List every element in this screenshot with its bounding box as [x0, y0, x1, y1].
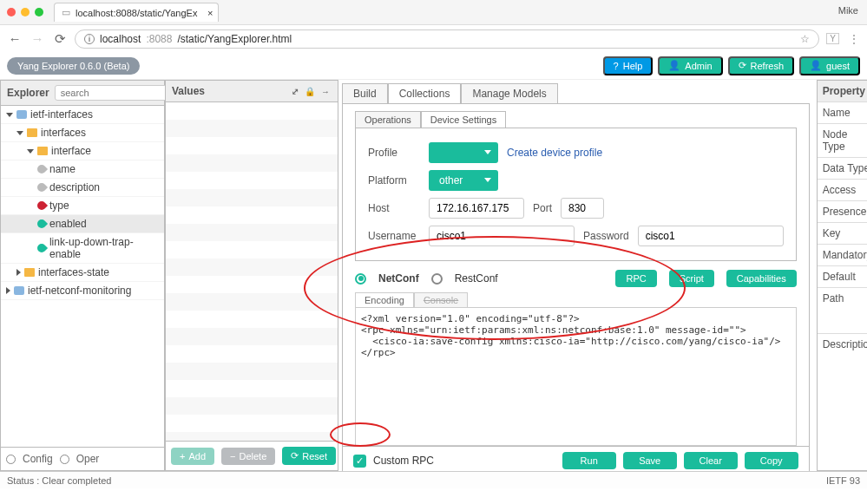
username-input[interactable] — [429, 226, 575, 246]
oper-radio[interactable] — [60, 455, 69, 464]
reload-button[interactable]: ⟳ — [52, 31, 68, 47]
platform-select[interactable]: other — [429, 170, 498, 191]
tab-console[interactable]: Console — [414, 292, 468, 307]
guest-button[interactable]: 👤guest — [799, 56, 860, 75]
close-window-icon[interactable] — [7, 8, 16, 16]
admin-button[interactable]: 👤Admin — [658, 56, 722, 75]
tree-node-ietf-interfaces[interactable]: ietf-interfaces — [1, 106, 164, 124]
clear-button[interactable]: Clear — [684, 452, 738, 469]
tree-label: ietf-interfaces — [30, 108, 93, 121]
oper-label: Oper — [76, 453, 100, 465]
leaf-icon — [36, 163, 48, 175]
user-icon: 👤 — [668, 60, 680, 71]
tab-build[interactable]: Build — [342, 83, 388, 103]
password-input[interactable] — [638, 226, 784, 246]
profile-select[interactable] — [429, 142, 498, 163]
save-button[interactable]: Save — [623, 452, 677, 469]
property-row: Pathietf-interfaces/ interfaces/interfac… — [818, 288, 867, 334]
profile-label: Profile — [368, 147, 420, 159]
status-bar: Status : Clear completed IETF 93 — [0, 471, 867, 488]
bookmark-icon[interactable]: ☆ — [800, 33, 810, 45]
values-title: Values — [172, 85, 205, 97]
custom-rpc-checkbox[interactable]: ✓ — [353, 455, 366, 468]
minimize-window-icon[interactable] — [21, 8, 30, 16]
copy-button[interactable]: Copy — [745, 452, 798, 469]
back-button[interactable]: ← — [7, 31, 23, 46]
site-info-icon[interactable]: i — [84, 34, 95, 44]
property-row: Mandatory — [818, 245, 867, 266]
tree-node-description[interactable]: description — [1, 179, 164, 197]
netconf-radio[interactable] — [355, 273, 366, 285]
chevron-right-icon — [16, 269, 21, 276]
main-layout: Explorer ietf-interfacesinterfacesinterf… — [0, 80, 867, 471]
capabilities-button[interactable]: Capabilities — [726, 270, 797, 287]
tab-operations[interactable]: Operations — [355, 111, 421, 128]
port-input[interactable] — [561, 198, 604, 219]
values-toolbar[interactable]: ⤢ 🔒 → — [292, 87, 332, 96]
property-panel: PropertyValueNameenabledNode TypeleafDat… — [817, 80, 867, 471]
help-button[interactable]: ?Help — [603, 56, 654, 75]
config-label: Config — [23, 453, 53, 465]
tree-node-name[interactable]: name — [1, 160, 164, 179]
property-name: Mandatory — [818, 245, 867, 265]
tree-label: interfaces — [41, 127, 86, 139]
module-icon — [16, 110, 27, 119]
refresh-button[interactable]: ⟳Refresh — [728, 56, 795, 75]
maximize-window-icon[interactable] — [35, 8, 43, 16]
tab-encoding[interactable]: Encoding — [355, 292, 414, 307]
custom-rpc-label: Custom RPC — [373, 455, 434, 467]
tree-label: enabled — [49, 218, 87, 230]
property-row: Defaulttrue — [818, 266, 867, 288]
property-table: PropertyValueNameenabledNode TypeleafDat… — [818, 81, 867, 470]
tree-node-type[interactable]: type — [1, 197, 164, 215]
folder-icon — [24, 268, 35, 277]
tree-node-link-up-down-trap-enable[interactable]: link-up-down-trap-enable — [1, 233, 164, 264]
xml-editor[interactable]: <?xml version="1.0" encoding="utf-8"?> <… — [355, 307, 797, 446]
tree-node-interface[interactable]: interface — [1, 142, 164, 160]
delete-button[interactable]: − Delete — [221, 448, 275, 465]
center-footer: ✓ Custom RPC Run Save Clear Copy — [342, 447, 810, 471]
extension-icon[interactable]: Y — [826, 33, 839, 44]
leaf-icon — [36, 181, 48, 193]
forward-button: → — [30, 31, 45, 46]
tree-node-enabled[interactable]: enabled — [1, 215, 164, 233]
property-name: Path — [818, 288, 867, 333]
config-radio[interactable] — [6, 455, 16, 464]
close-tab-icon[interactable]: × — [207, 8, 213, 18]
tree-node-interfaces-state[interactable]: interfaces-state — [1, 264, 164, 282]
property-row: Accessread-write — [818, 180, 867, 201]
property-row: DescriptionThis leaf contains the config… — [818, 334, 867, 470]
property-name: Access — [818, 180, 867, 200]
explorer-header: Explorer — [1, 81, 164, 106]
url-field[interactable]: i localhost:8088/static/YangExplorer.htm… — [75, 29, 819, 49]
menu-icon[interactable]: ⋮ — [848, 32, 860, 46]
tab-device-settings[interactable]: Device Settings — [421, 111, 506, 128]
tree-node-ietf-netconf-monitoring[interactable]: ietf-netconf-monitoring — [1, 282, 164, 300]
property-row: Presence — [818, 201, 867, 223]
property-name: Description — [818, 334, 867, 470]
tree-label: link-up-down-trap-enable — [49, 236, 164, 260]
restconf-radio[interactable] — [431, 273, 443, 285]
leaf-icon — [36, 218, 48, 230]
url-port: :8088 — [146, 33, 172, 45]
explorer-tree[interactable]: ietf-interfacesinterfacesinterfacenamede… — [1, 106, 164, 447]
script-button[interactable]: Script — [669, 270, 714, 287]
rpc-button[interactable]: RPC — [615, 270, 656, 287]
reset-button[interactable]: ⟳ Reset — [282, 447, 336, 465]
tree-node-interfaces[interactable]: interfaces — [1, 124, 164, 142]
folder-icon — [37, 147, 48, 155]
browser-tab[interactable]: ▭ localhost:8088/static/YangEx × — [54, 3, 219, 22]
tab-manage-models[interactable]: Manage Models — [461, 83, 557, 103]
add-button[interactable]: + Add — [171, 448, 214, 465]
module-icon — [14, 286, 24, 295]
explorer-footer: Config Oper — [1, 447, 164, 470]
tab-collections[interactable]: Collections — [388, 83, 462, 103]
window-controls[interactable] — [7, 8, 43, 16]
restconf-label: RestConf — [455, 272, 498, 285]
host-input[interactable] — [429, 198, 524, 219]
create-profile-link[interactable]: Create device profile — [507, 147, 602, 159]
user-icon: 👤 — [810, 60, 822, 71]
browser-chrome: Mike ▭ localhost:8088/static/YangEx × ← … — [0, 0, 867, 52]
run-button[interactable]: Run — [562, 452, 616, 469]
prop-col-header: Property — [818, 81, 867, 101]
